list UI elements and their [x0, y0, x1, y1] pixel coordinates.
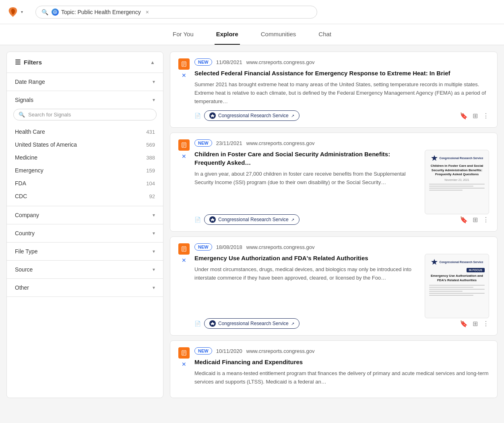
logo-area: ▾	[6, 6, 31, 19]
filter-section-date-range: Date Range ▾	[7, 73, 163, 91]
signal-item-emergency[interactable]: Emergency 159	[10, 164, 160, 177]
card-with-thumb: Children in Foster Care and Social Secur…	[194, 150, 489, 214]
thumb-line	[429, 190, 463, 191]
source-label: Source	[15, 266, 33, 273]
signals-search[interactable]: 🔍 Search for Signals	[13, 109, 157, 120]
signal-item-cdc[interactable]: CDC 92	[10, 190, 160, 203]
article-card-1: ✕ NEW 11/08/2021 www.crsreports.congress…	[170, 52, 498, 128]
new-badge: NEW	[194, 58, 212, 66]
remove-button[interactable]: ✕	[182, 257, 186, 263]
card-actions: 🔖 ⊞ ⋮	[460, 216, 489, 224]
more-options-icon[interactable]: ⋮	[483, 112, 489, 120]
thumb-line	[429, 291, 463, 292]
thumb-line	[429, 188, 485, 189]
card-actions: 🔖 ⊞ ⋮	[460, 112, 489, 120]
share-icon[interactable]: ⊞	[473, 216, 478, 224]
card-date: 23/11/2021	[216, 140, 242, 146]
country-chevron: ▾	[153, 230, 155, 236]
share-icon[interactable]: ⊞	[473, 112, 478, 120]
other-header[interactable]: Other ▾	[7, 279, 163, 297]
source-name: Congressional Research Service	[218, 217, 289, 222]
card-meta: NEW 10/11/2020 www.crsreports.congress.g…	[194, 347, 489, 355]
signal-item-count: 569	[146, 142, 155, 148]
country-header[interactable]: Country ▾	[7, 224, 163, 242]
more-options-icon[interactable]: ⋮	[483, 320, 489, 328]
signals-chevron: ▾	[153, 97, 155, 103]
card-url: www.crsreports.congress.gov	[246, 348, 315, 354]
thumb-source: Congressional Research Service	[440, 157, 483, 160]
bookmark-icon[interactable]: 🔖	[460, 112, 468, 120]
doc-icon	[178, 139, 190, 151]
remove-button[interactable]: ✕	[182, 72, 186, 79]
source-header[interactable]: Source ▾	[7, 261, 163, 278]
thumb-line	[429, 289, 485, 290]
tab-for-you[interactable]: For You	[171, 24, 195, 45]
source-badge[interactable]: Congressional Research Service ↗	[204, 214, 300, 225]
card-source: 📄 Congressional Research Service ↗	[194, 214, 300, 225]
search-bar[interactable]: 🔍 Topic: Public Health Emergency ×	[35, 6, 317, 19]
bookmark-icon[interactable]: 🔖	[460, 216, 468, 224]
article-card-2: ✕ NEW 23/11/2021 www.crsreports.congress…	[170, 133, 498, 232]
article-card-3: ✕ NEW 18/08/2018 www.crsreports.congress…	[170, 236, 498, 336]
signal-item-label: FDA	[15, 180, 26, 187]
doc-icon	[178, 347, 190, 359]
search-close-button[interactable]: ×	[146, 9, 149, 15]
share-icon[interactable]: ⊞	[473, 320, 478, 328]
svg-marker-10	[431, 155, 438, 161]
signal-items-list: Health Care 431 United States of America…	[7, 125, 163, 206]
more-options-icon[interactable]: ⋮	[483, 216, 489, 224]
app-logo	[6, 6, 19, 19]
thumb-title: Emergency Use Authorization and FDA's Re…	[429, 274, 485, 282]
signals-search-placeholder: Search for Signals	[28, 112, 71, 118]
svg-marker-16	[431, 259, 438, 265]
bookmark-icon[interactable]: 🔖	[460, 320, 468, 328]
tab-chat[interactable]: Chat	[317, 24, 333, 45]
thumb-lines	[429, 285, 485, 297]
tab-communities[interactable]: Communities	[259, 24, 298, 45]
card-footer: 📄 Congressional Research Service ↗ 🔖	[194, 318, 489, 329]
remove-button[interactable]: ✕	[182, 361, 186, 367]
sidebar-collapse-button[interactable]: ▲	[150, 60, 155, 65]
new-badge: NEW	[194, 139, 212, 147]
card-title: Children in Foster Care and Social Secur…	[194, 150, 418, 167]
thumb-line	[429, 293, 485, 294]
logo-chevron[interactable]: ▾	[21, 10, 23, 14]
file-type-header[interactable]: File Type ▾	[7, 243, 163, 260]
card-snippet: Under most circumstances, drugs, medical…	[194, 265, 418, 282]
content-area: ✕ NEW 11/08/2021 www.crsreports.congress…	[170, 52, 498, 398]
external-link-icon: ↗	[291, 114, 294, 118]
file-icon: 📄	[194, 217, 201, 223]
search-tag: Topic: Public Health Emergency	[52, 8, 141, 16]
source-badge[interactable]: Congressional Research Service ↗	[204, 318, 300, 329]
card-with-thumb: Emergency Use Authorization and FDA's Re…	[194, 254, 489, 318]
sidebar-header: ☰ Filters ▲	[7, 52, 163, 73]
nav-tabs: For You Explore Communities Chat	[0, 24, 504, 45]
filter-section-company: Company ▾	[7, 206, 163, 224]
topbar: ▾ 🔍 Topic: Public Health Emergency ×	[0, 0, 504, 24]
sidebar-title: ☰ Filters	[15, 58, 42, 66]
article-card-4: ✕ NEW 10/11/2020 www.crsreports.congress…	[170, 340, 498, 398]
card-content: NEW 11/08/2021 www.crsreports.congress.g…	[194, 58, 489, 121]
signal-item-fda[interactable]: FDA 104	[10, 177, 160, 190]
card-source: 📄 Congressional Research Service ↗	[194, 318, 300, 329]
signal-item-usa[interactable]: United States of America 569	[10, 138, 160, 151]
signal-item-health-care[interactable]: Health Care 431	[10, 125, 160, 138]
remove-button[interactable]: ✕	[182, 153, 186, 160]
signals-label: Signals	[15, 97, 33, 103]
card-footer: 📄 Congressional Research Service ↗ 🔖	[194, 214, 489, 225]
signal-item-medicine[interactable]: Medicine 388	[10, 151, 160, 164]
source-name: Congressional Research Service	[218, 321, 289, 326]
source-badge-icon	[209, 216, 216, 223]
source-badge[interactable]: Congressional Research Service ↗	[204, 110, 300, 121]
signals-header[interactable]: Signals ▾	[7, 91, 163, 109]
company-header[interactable]: Company ▾	[7, 206, 163, 224]
date-range-header[interactable]: Date Range ▾	[7, 73, 163, 91]
signals-search-icon: 🔍	[19, 112, 25, 118]
tab-explore[interactable]: Explore	[215, 24, 240, 45]
thumb-header: Congressional Research Service	[431, 154, 483, 162]
svg-marker-5	[211, 114, 215, 118]
doc-icon	[178, 243, 190, 255]
source-name: Congressional Research Service	[218, 113, 289, 118]
svg-marker-11	[211, 218, 215, 222]
card-left: ✕	[178, 58, 190, 79]
